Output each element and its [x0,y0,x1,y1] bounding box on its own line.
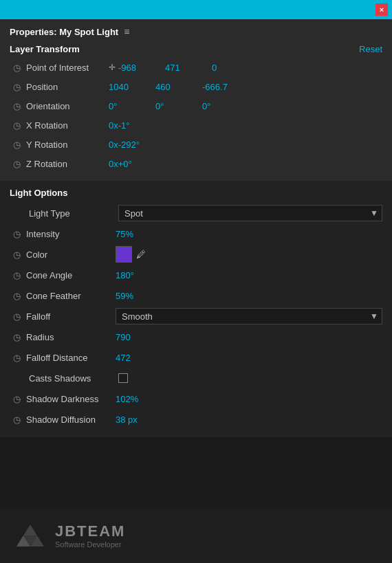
light-value-intensity[interactable]: 75% [116,229,164,239]
prop-row-x-rotation: ◷ X Rotation 0x-1° [10,116,382,134]
prop-value-x-rotation[interactable]: 0x-1° [109,120,157,131]
light-label-shadow-diffusion: Shadow Diffusion [26,415,116,425]
stopwatch-icon-z-rotation[interactable]: ◷ [10,157,23,170]
prop-values-orientation: 0° 0° 0° [109,101,243,111]
light-label-color: Color [26,250,116,260]
light-label-falloff-distance: Falloff Distance [26,353,116,363]
prop-label-position: Position [26,82,109,92]
prop-value-ori-z[interactable]: 0° [202,101,243,111]
stopwatch-icon-position[interactable]: ◷ [10,80,23,93]
light-type-select[interactable]: Spot Point Ambient Parallel [118,205,382,221]
stopwatch-icon-intensity[interactable]: ◷ [10,227,23,241]
stopwatch-icon-radius[interactable]: ◷ [10,330,23,344]
light-value-cone-feather[interactable]: 59% [116,291,164,301]
light-label-casts-shadows: Casts Shadows [29,373,118,384]
light-row-color: ◷ Color 🖉 [10,245,382,264]
stopwatch-icon-cone-feather[interactable]: ◷ [10,289,23,302]
prop-value-poi-y[interactable]: 471 [165,63,206,73]
panel-header: Properties: My Spot Light ≡ [10,26,382,37]
color-swatch[interactable] [116,246,132,263]
prop-value-ori-x[interactable]: 0° [109,101,150,111]
light-label-type: Light Type [29,208,118,219]
light-type-dropdown-wrap: Spot Point Ambient Parallel ▼ [118,205,382,221]
jbteam-logo-icon [14,519,47,552]
falloff-select[interactable]: None Smooth Linear [116,308,382,324]
prop-row-orientation: ◷ Orientation 0° 0° 0° [10,97,382,115]
light-row-casts-shadows: Casts Shadows [10,368,382,388]
prop-value-y-rotation[interactable]: 0x-292° [109,140,157,150]
stopwatch-icon-shadow-darkness[interactable]: ◷ [10,392,23,406]
light-row-type: Light Type Spot Point Ambient Parallel ▼ [10,203,382,223]
prop-value-z-rotation[interactable]: 0x+0° [109,159,157,169]
light-row-radius: ◷ Radius 790 [10,327,382,346]
footer: JBTEAM Software Developer [0,508,392,563]
light-label-cone-angle: Cone Angle [26,270,116,280]
layer-transform-header: Layer Transform Reset [10,44,382,54]
light-row-shadow-darkness: ◷ Shadow Darkness 102% [10,389,382,408]
prop-label-y-rotation: Y Rotation [26,140,109,150]
stopwatch-icon-falloff-distance[interactable]: ◷ [10,351,23,364]
falloff-dropdown-wrap: None Smooth Linear ▼ [116,308,382,324]
footer-logo: JBTEAM Software Developer [14,519,125,552]
light-row-cone-angle: ◷ Cone Angle 180° [10,265,382,285]
prop-label-orientation: Orientation [26,101,109,111]
prop-value-poi-z[interactable]: 0 [212,63,253,73]
light-row-shadow-diffusion: ◷ Shadow Diffusion 38 px [10,410,382,429]
prop-values-point-of-interest: -968 471 0 [118,63,253,73]
light-label-falloff: Falloff [26,311,116,322]
svg-marker-1 [23,525,37,536]
light-value-radius[interactable]: 790 [116,332,164,342]
casts-shadows-checkbox[interactable] [118,373,128,383]
prop-label-x-rotation: X Rotation [26,120,109,131]
light-value-cone-angle[interactable]: 180° [116,270,164,280]
stopwatch-icon-y-rotation[interactable]: ◷ [10,137,23,151]
stopwatch-icon-orientation[interactable]: ◷ [10,99,23,113]
light-label-intensity: Intensity [26,229,116,239]
layer-transform-section: Layer Transform Reset ◷ Point of Interes… [10,44,382,173]
footer-company-name: JBTEAM [55,522,125,540]
eyedropper-icon[interactable]: 🖉 [136,249,146,260]
prop-value-ori-y[interactable]: 0° [155,101,197,111]
prop-value-pos-y[interactable]: 460 [155,82,197,92]
footer-tagline: Software Developer [55,540,125,549]
light-row-cone-feather: ◷ Cone Feather 59% [10,286,382,305]
prop-label-point-of-interest: Point of Interest [26,63,109,73]
prop-row-z-rotation: ◷ Z Rotation 0x+0° [10,155,382,173]
target-icon[interactable]: ✛ [109,63,116,72]
stopwatch-icon-cone-angle[interactable]: ◷ [10,268,23,282]
reset-button[interactable]: Reset [359,44,382,54]
panel-title: Properties: My Spot Light [10,27,118,37]
light-row-falloff-distance: ◷ Falloff Distance 472 [10,348,382,367]
light-value-shadow-diffusion[interactable]: 38 px [116,415,164,425]
stopwatch-icon-x-rotation[interactable]: ◷ [10,118,23,132]
light-options-title: Light Options [10,188,382,198]
light-label-cone-feather: Cone Feather [26,291,116,301]
prop-row-position: ◷ Position 1040 460 -666.7 [10,78,382,96]
prop-value-pos-x[interactable]: 1040 [109,82,150,92]
prop-values-position: 1040 460 -666.7 [109,82,243,92]
prop-label-z-rotation: Z Rotation [26,159,109,169]
stopwatch-icon-falloff[interactable]: ◷ [10,309,23,323]
layer-transform-title: Layer Transform [10,44,80,54]
prop-row-y-rotation: ◷ Y Rotation 0x-292° [10,135,382,153]
prop-value-pos-z[interactable]: -666.7 [202,82,243,92]
color-row: 🖉 [116,246,146,263]
light-row-falloff: ◷ Falloff None Smooth Linear ▼ [10,307,382,326]
stopwatch-icon-color[interactable]: ◷ [10,247,23,261]
properties-panel: Properties: My Spot Light ≡ Layer Transf… [0,19,392,181]
light-label-radius: Radius [26,332,116,342]
light-value-shadow-darkness[interactable]: 102% [116,394,164,404]
close-button[interactable]: × [375,3,388,16]
light-row-intensity: ◷ Intensity 75% [10,224,382,243]
title-bar: × [0,0,392,19]
light-value-falloff-distance[interactable]: 472 [116,353,164,363]
stopwatch-icon-point-of-interest[interactable]: ◷ [10,60,23,74]
prop-row-point-of-interest: ◷ Point of Interest ✛ -968 471 0 [10,58,382,76]
prop-value-poi-x[interactable]: -968 [118,63,160,73]
stopwatch-icon-shadow-diffusion[interactable]: ◷ [10,412,23,426]
footer-text: JBTEAM Software Developer [55,522,125,549]
light-options-section: Light Options Light Type Spot Point Ambi… [0,181,392,437]
menu-icon[interactable]: ≡ [124,26,129,37]
light-label-shadow-darkness: Shadow Darkness [26,394,116,404]
